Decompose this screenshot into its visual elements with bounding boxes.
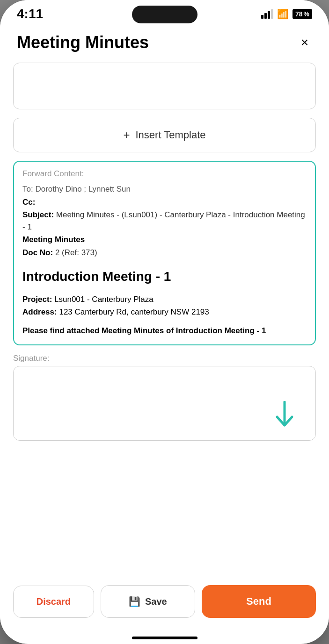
cc-label: Cc: — [22, 198, 35, 207]
battery-level: 78 — [295, 10, 303, 18]
home-indicator — [132, 637, 197, 639]
forward-content-section: Forward Content: To: Dorothy Dino ; Lynn… — [13, 161, 316, 345]
project-value: Lsun001 - Canterbury Plaza — [54, 295, 154, 304]
doc-type-value: Meeting Minutes — [22, 235, 85, 244]
arrow-container — [272, 401, 297, 431]
page-title: Meeting Minutes — [17, 33, 149, 52]
subject-value: Meeting Minutes - (Lsun001) - Canterbury… — [22, 210, 305, 231]
address-line: Address: 123 Canterbury Rd, canterbury N… — [22, 306, 307, 318]
doc-type-field: Meeting Minutes — [22, 234, 307, 246]
subject-label: Subject: — [22, 210, 54, 219]
save-label: Save — [145, 596, 167, 607]
status-icons: 📶 78 % — [261, 8, 312, 20]
forward-content-body: To: Dorothy Dino ; Lynnett Sun Cc: Subje… — [22, 183, 307, 337]
dynamic-island — [132, 6, 197, 23]
action-bar: Discard 💾 Save Send — [0, 578, 329, 637]
address-value: 123 Canterbury Rd, canterbury NSW 2193 — [59, 308, 209, 316]
top-text-input[interactable] — [13, 63, 316, 109]
signal-icon — [261, 9, 273, 19]
content-area: + Insert Template Forward Content: To: D… — [0, 59, 329, 578]
doc-no-value: 2 (Ref: 373) — [55, 248, 97, 257]
plus-icon: + — [123, 129, 130, 142]
cc-field: Cc: — [22, 196, 307, 208]
save-icon: 💾 — [129, 596, 140, 607]
wifi-icon: 📶 — [277, 8, 289, 20]
insert-template-label: Insert Template — [136, 129, 206, 141]
save-button[interactable]: 💾 Save — [101, 585, 195, 618]
app-header: Meeting Minutes × — [0, 24, 329, 59]
status-time: 4:11 — [17, 7, 43, 21]
subject-field: Subject: Meeting Minutes - (Lsun001) - C… — [22, 209, 307, 233]
signature-section: Signature: — [13, 354, 316, 441]
send-button[interactable]: Send — [202, 585, 316, 618]
meeting-title: Introduction Meeting - 1 — [22, 267, 307, 286]
signature-box[interactable] — [13, 366, 316, 441]
doc-no-label: Doc No: — [22, 248, 53, 257]
phone-frame: 4:11 📶 78 % Meeting Minutes × — [0, 0, 329, 644]
attached-note: Please find attached Meeting Minutes of … — [22, 325, 307, 337]
address-label: Address: — [22, 308, 57, 316]
project-info: Project: Lsun001 - Canterbury Plaza Addr… — [22, 293, 307, 318]
down-arrow-icon — [272, 401, 297, 429]
insert-template-button[interactable]: + Insert Template — [13, 118, 316, 152]
close-button[interactable]: × — [297, 33, 312, 52]
project-label: Project: — [22, 295, 52, 304]
discard-button[interactable]: Discard — [13, 586, 94, 618]
project-line: Project: Lsun001 - Canterbury Plaza — [22, 293, 307, 306]
to-field: To: Dorothy Dino ; Lynnett Sun — [22, 183, 307, 195]
phone-screen: 4:11 📶 78 % Meeting Minutes × — [0, 0, 329, 644]
forward-content-label: Forward Content: — [22, 169, 307, 179]
battery-indicator: 78 % — [292, 9, 312, 19]
signature-label: Signature: — [13, 354, 316, 363]
doc-no-field: Doc No: 2 (Ref: 373) — [22, 247, 307, 259]
